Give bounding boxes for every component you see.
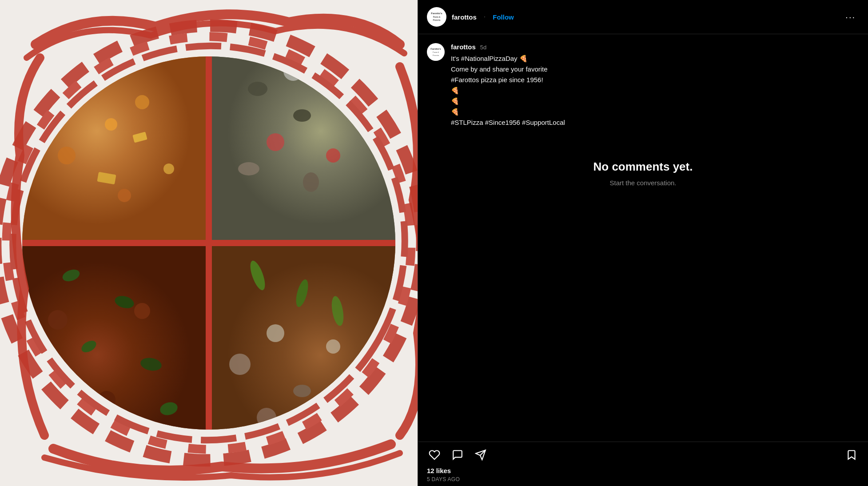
header-username[interactable]: farottos xyxy=(452,13,477,21)
svg-point-18 xyxy=(118,189,131,202)
svg-text:Pasta &: Pasta & xyxy=(433,51,439,53)
more-options-button[interactable]: ··· xyxy=(842,10,859,24)
caption-content: farottos 5d It's #NationalPizzaDay 🍕 Com… xyxy=(451,43,859,128)
caption-line3: #Farottos pizza pie since 1956! xyxy=(451,76,543,84)
svg-point-22 xyxy=(248,82,267,96)
caption-line1: It's #NationalPizzaDay 🍕 xyxy=(451,55,528,62)
like-button[interactable] xyxy=(427,447,442,462)
caption-meta: farottos 5d xyxy=(451,43,859,51)
post-detail-panel: Farotto's Pasta & Pizzeria farottos · Fo… xyxy=(418,0,868,486)
svg-text:Pizzeria: Pizzeria xyxy=(433,19,441,21)
svg-point-47 xyxy=(293,385,311,397)
save-button[interactable] xyxy=(844,447,859,462)
svg-point-36 xyxy=(48,310,68,330)
post-header: Farotto's Pasta & Pizzeria farottos · Fo… xyxy=(418,0,868,34)
svg-text:Pasta &: Pasta & xyxy=(433,16,441,18)
svg-text:Farotto's: Farotto's xyxy=(431,12,442,15)
header-avatar[interactable]: Farotto's Pasta & Pizzeria xyxy=(427,7,446,27)
caption-avatar[interactable]: Farotto's Pasta & Pizzeria xyxy=(427,43,445,61)
caption-line2: Come by and share your favorite xyxy=(451,65,548,73)
svg-point-26 xyxy=(326,148,340,163)
no-comments-title: No comments yet. xyxy=(436,160,850,174)
heart-icon xyxy=(429,449,440,461)
caption-text: It's #NationalPizzaDay 🍕 Come by and sha… xyxy=(451,53,859,128)
post-body: Farotto's Pasta & Pizzeria farottos 5d I… xyxy=(418,34,868,442)
caption-hashtags: #STLPizza #Since1956 #SupportLocal xyxy=(451,119,565,126)
caption-time: 5d xyxy=(480,44,486,51)
comment-button[interactable] xyxy=(450,447,465,462)
caption-username[interactable]: farottos xyxy=(451,43,476,51)
likes-count: 12 likes xyxy=(427,467,859,474)
svg-point-27 xyxy=(238,162,259,175)
svg-point-16 xyxy=(58,147,76,164)
avatar-logo-text: Farotto's Pasta & Pizzeria xyxy=(428,8,446,26)
send-icon xyxy=(475,449,486,461)
svg-point-17 xyxy=(163,163,174,174)
follow-button[interactable]: Follow xyxy=(493,13,514,21)
no-comments-subtitle: Start the conversation. xyxy=(436,179,850,187)
no-comments-section: No comments yet. Start the conversation. xyxy=(427,133,859,204)
caption-row: Farotto's Pasta & Pizzeria farottos 5d I… xyxy=(427,43,859,128)
svg-point-14 xyxy=(105,118,117,131)
svg-text:Pizzeria: Pizzeria xyxy=(433,54,439,56)
post-image xyxy=(0,0,418,486)
svg-point-45 xyxy=(229,354,251,375)
bookmark-icon xyxy=(846,449,857,461)
post-date: 5 days ago xyxy=(427,476,859,482)
svg-point-25 xyxy=(267,133,284,151)
svg-point-43 xyxy=(267,324,284,342)
svg-point-37 xyxy=(134,303,150,319)
svg-text:Farotto's: Farotto's xyxy=(430,48,441,50)
svg-point-28 xyxy=(303,172,319,192)
action-icons-row xyxy=(427,447,859,462)
svg-point-15 xyxy=(135,95,149,109)
svg-point-44 xyxy=(326,339,340,354)
comment-icon xyxy=(452,449,463,461)
share-button[interactable] xyxy=(473,447,488,462)
svg-point-23 xyxy=(293,109,311,122)
action-bar: 12 likes 5 days ago xyxy=(418,442,868,486)
header-separator: · xyxy=(484,13,486,21)
